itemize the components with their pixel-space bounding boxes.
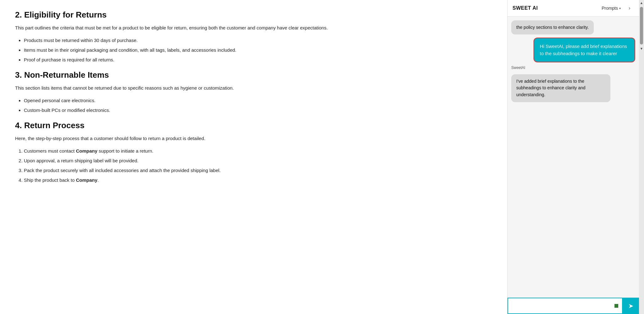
system-message: the policy sections to enhance clarity. bbox=[511, 20, 594, 34]
prompts-button[interactable]: Prompts ▾ bbox=[600, 4, 623, 12]
section3-heading: 3. Non-Returnable Items bbox=[15, 70, 492, 80]
step-item: Pack the product securely with all inclu… bbox=[24, 166, 492, 175]
step-item: Customers must contact Company support t… bbox=[24, 147, 492, 155]
chat-input-area: ➤ bbox=[507, 297, 639, 314]
bullet-item: Opened personal care electronics. bbox=[24, 96, 492, 105]
bullet-item: Custom-built PCs or modified electronics… bbox=[24, 106, 492, 114]
prompts-label: Prompts bbox=[602, 6, 618, 11]
scrollbar-thumb[interactable] bbox=[640, 7, 643, 44]
ai-panel-title: SWEET AI bbox=[513, 5, 538, 11]
step-item: Ship the product back to Company. bbox=[24, 176, 492, 184]
send-icon: ➤ bbox=[628, 302, 634, 310]
chevron-down-icon: ▾ bbox=[619, 7, 621, 10]
sweetai-label: SweetAI bbox=[511, 65, 525, 70]
user-message: Hi SweetAI, please add brief explanation… bbox=[534, 38, 635, 62]
chat-messages: the policy sections to enhance clarity. … bbox=[507, 17, 639, 297]
bullet-item: Products must be returned within 30 days… bbox=[24, 36, 492, 44]
step-item: Upon approval, a return shipping label w… bbox=[24, 156, 492, 165]
panel-scrollbar[interactable]: ▲ ▼ bbox=[639, 0, 644, 314]
document-area: 2. Eligibility for Returns This part out… bbox=[0, 0, 507, 314]
section3-bullets: Opened personal care electronics. Custom… bbox=[24, 96, 492, 114]
section3-intro: This section lists items that cannot be … bbox=[15, 84, 492, 92]
chat-input-wrapper[interactable] bbox=[507, 298, 623, 314]
green-status-indicator bbox=[614, 304, 618, 308]
section4-steps: Customers must contact Company support t… bbox=[24, 147, 492, 184]
ai-header-controls: Prompts ▾ › bbox=[600, 4, 634, 13]
section2-intro: This part outlines the criteria that mus… bbox=[15, 24, 492, 32]
section2-heading: 2. Eligibility for Returns bbox=[15, 10, 492, 20]
bullet-item: Items must be in their original packagin… bbox=[24, 46, 492, 54]
section4-intro: Here, the step-by-step process that a cu… bbox=[15, 135, 492, 142]
user-message-wrapper: Hi SweetAI, please add brief explanation… bbox=[534, 38, 635, 62]
ai-panel-header: SWEET AI Prompts ▾ › bbox=[507, 0, 639, 17]
chat-input[interactable] bbox=[512, 303, 614, 308]
scroll-down-arrow[interactable]: ▼ bbox=[639, 46, 644, 51]
section4-heading: 4. Return Process bbox=[15, 121, 492, 130]
section2-bullets: Products must be returned within 30 days… bbox=[24, 36, 492, 64]
bullet-item: Proof of purchase is required for all re… bbox=[24, 55, 492, 64]
expand-panel-button[interactable]: › bbox=[625, 4, 634, 13]
ai-panel: SWEET AI Prompts ▾ › the policy sections… bbox=[507, 0, 639, 314]
send-button[interactable]: ➤ bbox=[623, 298, 639, 314]
scroll-up-arrow[interactable]: ▲ bbox=[639, 0, 644, 6]
ai-message: I've added brief explanations to the sub… bbox=[511, 74, 610, 102]
chevron-right-icon: › bbox=[629, 5, 630, 11]
